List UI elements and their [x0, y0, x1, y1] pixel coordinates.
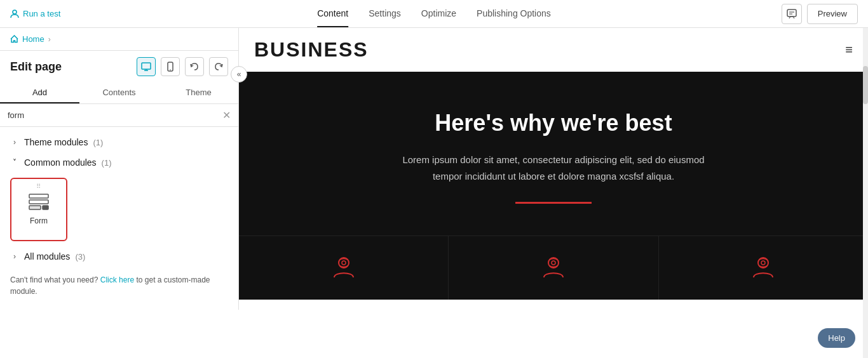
tab-theme[interactable]: Theme	[159, 83, 238, 103]
modules-grid: ⠿ Form	[0, 173, 238, 246]
edit-page-title: Edit page	[10, 60, 62, 74]
collapse-sidebar-button[interactable]: «	[231, 66, 247, 83]
clear-search-button[interactable]: ✕	[222, 109, 231, 121]
theme-modules-header[interactable]: › Theme modules (1)	[0, 132, 238, 152]
sidebar-tabs: Add Contents Theme	[0, 83, 238, 104]
svg-point-18	[761, 261, 765, 265]
click-here-link[interactable]: Click here	[100, 275, 134, 284]
redo-button[interactable]	[209, 57, 228, 76]
breadcrumb-sep: ›	[48, 35, 51, 44]
card-1	[239, 236, 449, 300]
undo-button[interactable]	[185, 57, 204, 76]
tab-add[interactable]: Add	[0, 83, 79, 103]
form-module[interactable]: ⠿ Form	[10, 178, 67, 241]
card-icon-1	[328, 255, 360, 281]
hero-section: Here's why we're best Lorem ipsum dolor …	[239, 72, 868, 235]
sidebar-title-row: Edit page	[0, 51, 238, 83]
cards-row	[239, 235, 868, 300]
card-3	[659, 236, 868, 300]
sidebar-header: Home ›	[0, 28, 238, 51]
svg-rect-9	[29, 194, 48, 198]
help-button[interactable]: Help	[818, 328, 855, 348]
desktop-icon	[141, 62, 151, 71]
desktop-view-button[interactable]	[137, 57, 156, 76]
sidebar: Home › Edit page	[0, 28, 239, 310]
redo-icon	[214, 63, 223, 70]
tab-settings[interactable]: Settings	[369, 1, 401, 27]
svg-point-16	[552, 261, 555, 265]
breadcrumb-home[interactable]: Home	[22, 34, 44, 44]
toolbar-icons	[137, 57, 228, 76]
common-modules-header[interactable]: ˅ Common modules (1)	[0, 152, 238, 173]
chat-icon	[787, 9, 797, 19]
form-module-label: Form	[30, 216, 48, 225]
run-test-button[interactable]: Run a test	[10, 9, 60, 18]
common-modules-title: Common modules	[24, 157, 97, 168]
drag-handle: ⠿	[36, 183, 42, 190]
card-icon-2	[538, 255, 569, 281]
svg-rect-4	[142, 63, 151, 69]
hamburger-icon[interactable]: ≡	[845, 43, 853, 57]
card-2	[449, 236, 658, 300]
svg-rect-11	[29, 206, 41, 209]
theme-modules-count: (1)	[93, 138, 103, 147]
tab-publishing-options[interactable]: Publishing Options	[477, 1, 551, 27]
svg-rect-10	[29, 200, 48, 204]
all-modules-title: All modules	[24, 251, 70, 262]
all-modules-chevron: ›	[10, 252, 19, 261]
all-modules-count: (3)	[75, 252, 85, 262]
site-header: BUSINESS ≡	[239, 28, 868, 72]
svg-point-14	[342, 261, 346, 265]
svg-rect-12	[43, 206, 48, 209]
cant-find-text: Can't find what you need? Click here to …	[0, 267, 238, 305]
tab-contents[interactable]: Contents	[79, 83, 159, 103]
form-module-icon	[29, 194, 49, 211]
home-icon	[10, 35, 18, 43]
theme-modules-title: Theme modules	[24, 137, 88, 147]
breadcrumb[interactable]: Home ›	[10, 34, 51, 44]
user-icon	[10, 10, 19, 18]
main-nav-tabs: Content Settings Optimize Publishing Opt…	[317, 1, 551, 27]
main-layout: Home › Edit page	[0, 28, 868, 358]
top-right-actions: Preview	[782, 4, 858, 24]
hero-divider	[515, 202, 592, 204]
svg-point-0	[13, 10, 17, 14]
sidebar-wrapper: Home › Edit page	[0, 28, 239, 358]
scrollbar[interactable]	[863, 28, 868, 358]
theme-modules-chevron: ›	[10, 138, 19, 147]
tab-optimize[interactable]: Optimize	[421, 1, 456, 27]
hero-title: Here's why we're best	[264, 110, 843, 136]
top-nav: Run a test Content Settings Optimize Pub…	[0, 0, 868, 28]
svg-point-8	[170, 69, 171, 70]
search-input[interactable]	[8, 110, 217, 120]
mobile-view-button[interactable]	[161, 57, 180, 76]
website-preview: BUSINESS ≡ Here's why we're best Lorem i…	[239, 28, 868, 358]
search-row: ✕	[0, 104, 238, 127]
tab-content[interactable]: Content	[317, 1, 348, 27]
card-icon-3	[747, 255, 779, 281]
preview-button[interactable]: Preview	[807, 4, 858, 24]
content-area: BUSINESS ≡ Here's why we're best Lorem i…	[239, 28, 868, 358]
sidebar-content: › Theme modules (1) ˅ Common modules (1)…	[0, 127, 238, 310]
common-modules-chevron: ˅	[10, 158, 19, 167]
all-modules-header[interactable]: › All modules (3)	[0, 246, 238, 267]
mobile-icon	[167, 62, 173, 72]
hero-body: Lorem ipsum dolor sit amet, consectetur …	[395, 152, 712, 184]
undo-icon	[190, 63, 199, 70]
scrollbar-thumb	[863, 66, 868, 104]
common-modules-count: (1)	[102, 158, 112, 168]
svg-rect-1	[787, 10, 796, 17]
site-logo: BUSINESS	[254, 38, 369, 62]
chat-button[interactable]	[782, 4, 802, 24]
